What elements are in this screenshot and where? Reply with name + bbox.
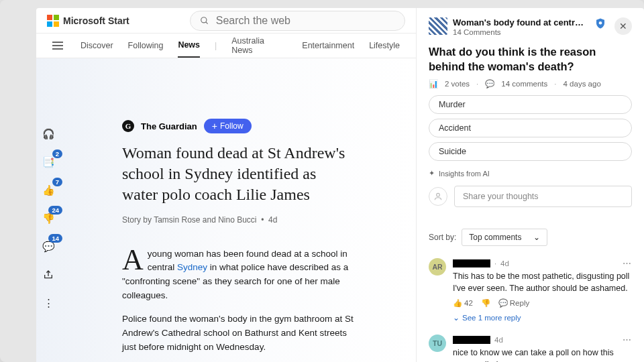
chevron-down-icon: ⌄: [533, 233, 540, 242]
follow-button[interactable]: +Follow: [204, 119, 252, 133]
sort-select[interactable]: Top comments⌄: [462, 229, 547, 246]
comment-2: TU 4d⋯ nice to know we can take a poll o…: [429, 335, 632, 362]
byline: Story by Tamsin Rose and Nino Bucci • 4d: [122, 215, 354, 225]
listen-button[interactable]: 🎧: [40, 126, 56, 142]
search-icon: [200, 16, 209, 25]
search-placeholder: Search the web: [216, 15, 290, 27]
comment-text: This has to be the most pathetic, disgus…: [453, 271, 632, 294]
top-header: Microsoft Start Search the web: [36, 8, 416, 34]
avatar[interactable]: AR: [429, 258, 446, 276]
see-more-replies[interactable]: ⌄See 1 more reply: [453, 313, 632, 322]
comment-1: AR ·4d⋯ This has to be the most pathetic…: [429, 258, 632, 308]
brand-logo[interactable]: Microsoft Start: [47, 15, 129, 27]
sort-label: Sort by:: [429, 233, 456, 242]
more-button[interactable]: ⋮: [40, 295, 56, 311]
search-input[interactable]: Search the web: [190, 11, 405, 31]
link-sydney[interactable]: Sydney: [177, 262, 207, 272]
sidebar-title: Woman's body found at central Sydney sch…: [453, 17, 587, 28]
dislike-button[interactable]: 👎24: [40, 210, 56, 227]
microsoft-icon: [47, 15, 59, 27]
nav-entertainment[interactable]: Entertainment: [302, 34, 354, 57]
nav-discover[interactable]: Discover: [80, 34, 113, 57]
comments-sidebar: Woman's body found at central Sydney sch…: [416, 8, 644, 362]
sidebar-subtitle: 14 Comments: [453, 28, 589, 36]
poll-option-suicide[interactable]: Suicide: [429, 142, 632, 161]
paragraph-2: Police found the woman's body in the gym…: [122, 312, 354, 355]
nav-bar: Discover Following News | Australia News…: [36, 34, 416, 58]
nav-lifestyle[interactable]: Lifestyle: [369, 34, 400, 57]
sparkle-icon: ✦: [429, 169, 435, 178]
comment-text: nice to know we can take a poll on how t…: [453, 347, 632, 362]
brand-text: Microsoft Start: [63, 15, 129, 26]
commenter-name[interactable]: [453, 336, 490, 344]
like-button[interactable]: 👍7: [40, 182, 56, 198]
nav-following[interactable]: Following: [128, 34, 164, 57]
comment-input[interactable]: Share your thoughts: [454, 186, 632, 207]
shield-icon: [594, 17, 606, 29]
poll-option-murder[interactable]: Murder: [429, 95, 632, 114]
chevron-down-icon: ⌄: [453, 313, 460, 322]
article-content: G The Guardian +Follow Woman found dead …: [36, 58, 416, 362]
avatar[interactable]: TU: [429, 335, 446, 352]
poll-meta: 📊2 votes · 💬14 comments · 4 days ago: [429, 79, 632, 88]
share-button[interactable]: [40, 267, 56, 283]
hamburger-icon[interactable]: [52, 42, 63, 50]
paragraph-1: Ayoung woman has been found dead at a sc…: [122, 247, 354, 304]
read-mode-button[interactable]: 📑2: [40, 154, 56, 170]
reply-button[interactable]: 💬 Reply: [498, 298, 529, 308]
action-rail: 🎧 📑2 👍7 👎24 💬14 ⋮: [36, 126, 56, 311]
nav-separator: |: [215, 41, 217, 50]
svg-point-3: [437, 193, 440, 196]
like-button[interactable]: 👍 42: [453, 298, 473, 308]
source-name[interactable]: The Guardian: [141, 121, 197, 131]
poll-question: What do you think is the reason behind t…: [429, 44, 632, 74]
nav-australia-news[interactable]: Australia News: [231, 29, 287, 62]
sidebar-thumbnail: [429, 17, 447, 35]
svg-point-0: [201, 17, 207, 22]
poll-option-accident[interactable]: Accident: [429, 119, 632, 137]
source-logo[interactable]: G: [122, 120, 134, 132]
article-headline: Woman found dead at St Andrew's school i…: [122, 143, 354, 206]
comment-menu[interactable]: ⋯: [623, 258, 632, 268]
comment-button[interactable]: 💬14: [40, 239, 56, 255]
ai-insights[interactable]: ✦Insights from AI: [429, 169, 632, 178]
nav-news[interactable]: News: [178, 34, 200, 58]
follow-label: Follow: [220, 121, 244, 131]
svg-point-2: [599, 21, 602, 25]
comment-menu[interactable]: ⋯: [623, 335, 632, 345]
close-button[interactable]: ✕: [614, 17, 632, 35]
dislike-button[interactable]: 👎: [481, 298, 490, 308]
svg-line-1: [206, 21, 208, 23]
dropcap: A: [122, 247, 148, 272]
commenter-name[interactable]: [453, 259, 490, 267]
speech-icon: 💬: [485, 79, 494, 88]
poll-icon: 📊: [429, 79, 438, 88]
user-avatar-placeholder: [429, 187, 447, 206]
